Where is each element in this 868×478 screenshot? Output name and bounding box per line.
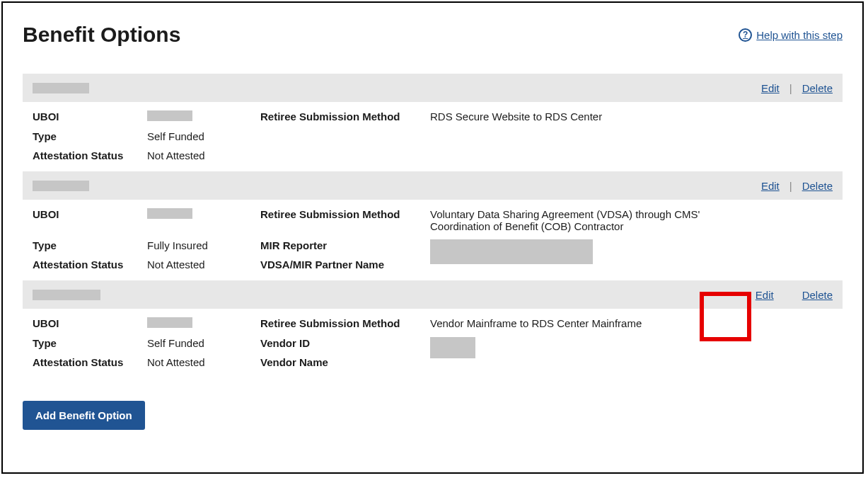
option-header: Edit Delete [23, 280, 843, 309]
option-title-redacted [33, 290, 100, 300]
retiree-method-value: Voluntary Data Sharing Agreement (VDSA) … [430, 208, 833, 232]
retiree-method-value: RDS Secure Website to RDS Center [430, 110, 833, 123]
add-benefit-option-button[interactable]: Add Benefit Option [23, 401, 145, 430]
type-value: Self Funded [147, 337, 260, 349]
mir-reporter-label: MIR Reporter [260, 239, 430, 251]
uboi-label: UBOI [33, 110, 147, 123]
option-body: UBOI Retiree Submission Method Voluntary… [23, 200, 843, 280]
uboi-value [147, 110, 260, 123]
type-label: Type [33, 130, 147, 142]
action-divider: | [789, 180, 792, 192]
action-divider: | [789, 82, 792, 94]
attestation-label: Attestation Status [33, 258, 147, 271]
retiree-method-label: Retiree Submission Method [260, 110, 430, 123]
uboi-value [147, 208, 260, 221]
type-label: Type [33, 239, 147, 251]
option-body: UBOI Retiree Submission Method RDS Secur… [23, 102, 843, 171]
edit-link[interactable]: Edit [756, 289, 774, 301]
option-title-redacted [33, 181, 89, 191]
type-value: Fully Insured [147, 239, 260, 251]
option-title-redacted [33, 83, 89, 93]
option-body: UBOI Retiree Submission Method Vendor Ma… [23, 309, 843, 378]
attestation-value: Not Attested [147, 356, 260, 368]
help-link-text: Help with this step [756, 29, 843, 41]
option-actions: Edit Delete [756, 289, 833, 301]
delete-link[interactable]: Delete [802, 289, 833, 301]
vendor-id-value [430, 337, 833, 360]
help-link[interactable]: ? Help with this step [739, 28, 843, 42]
option-actions: Edit | Delete [761, 82, 833, 94]
option-header: Edit | Delete [23, 74, 843, 102]
attestation-value: Not Attested [147, 258, 260, 271]
delete-link[interactable]: Delete [802, 82, 833, 94]
uboi-label: UBOI [33, 317, 147, 329]
page-container: Benefit Options ? Help with this step Ed… [1, 1, 864, 474]
page-header: Benefit Options ? Help with this step [23, 23, 843, 47]
vendor-id-label: Vendor ID [260, 337, 430, 349]
type-value: Self Funded [147, 130, 260, 142]
question-circle-icon: ? [739, 28, 752, 42]
attestation-value: Not Attested [147, 149, 260, 161]
retiree-method-value: Vendor Mainframe to RDS Center Mainframe [430, 317, 833, 329]
attestation-label: Attestation Status [33, 356, 147, 368]
edit-link[interactable]: Edit [761, 82, 780, 94]
type-label: Type [33, 337, 147, 349]
delete-link[interactable]: Delete [802, 180, 833, 192]
retiree-method-label: Retiree Submission Method [260, 317, 430, 329]
uboi-value [147, 317, 260, 330]
option-header: Edit | Delete [23, 171, 843, 200]
vendor-name-label: Vendor Name [260, 356, 430, 368]
option-actions: Edit | Delete [761, 180, 833, 192]
uboi-label: UBOI [33, 208, 147, 220]
edit-link[interactable]: Edit [761, 180, 780, 192]
attestation-label: Attestation Status [33, 149, 147, 161]
page-title: Benefit Options [23, 23, 180, 47]
vdsa-partner-label: VDSA/MIR Partner Name [260, 258, 430, 271]
mir-reporter-value [430, 239, 833, 266]
retiree-method-label: Retiree Submission Method [260, 208, 430, 220]
